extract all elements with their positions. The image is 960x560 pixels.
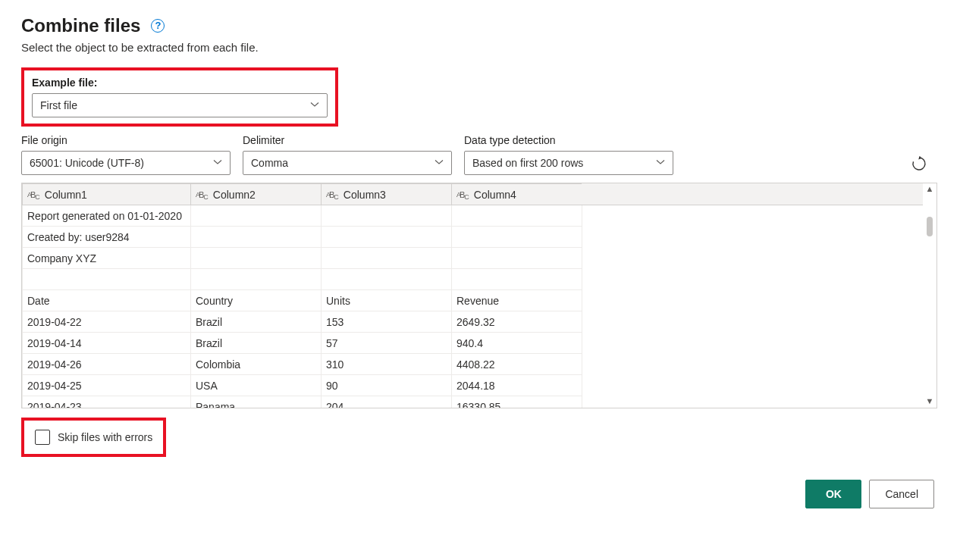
file-origin-dropdown[interactable]: 65001: Unicode (UTF-8): [21, 151, 231, 175]
delimiter-dropdown[interactable]: Comma: [243, 151, 452, 175]
text-type-icon: B: [196, 189, 209, 199]
table-cell: Units: [322, 290, 452, 311]
table-cell: [322, 269, 452, 290]
table-cell: [452, 205, 582, 227]
table-cell: 2019-04-22: [23, 311, 191, 333]
data-type-detection-label: Data type detection: [464, 134, 673, 146]
table-cell: 90: [322, 375, 452, 396]
table-cell: [322, 248, 452, 269]
table-row: 2019-04-25USA902044.18: [23, 375, 582, 396]
table-row: 2019-04-23Panama20416330.85: [23, 396, 582, 409]
table-cell: Report generated on 01-01-2020: [23, 205, 191, 227]
table-cell: 2044.18: [452, 375, 582, 396]
table-cell: [452, 248, 582, 269]
delimiter-label: Delimiter: [243, 134, 452, 146]
table-cell: 2019-04-25: [23, 375, 191, 396]
file-origin-value: 65001: Unicode (UTF-8): [30, 157, 144, 169]
skip-files-label: Skip files with errors: [58, 431, 152, 443]
chevron-down-icon: [213, 158, 222, 169]
table-row: 2019-04-14Brazil57940.4: [23, 333, 582, 354]
table-cell: Brazil: [191, 333, 322, 354]
table-row: 2019-04-22Brazil1532649.32: [23, 311, 582, 333]
example-file-dropdown[interactable]: First file: [32, 93, 328, 117]
table-cell: [191, 248, 322, 269]
table-cell: 57: [322, 333, 452, 354]
table-cell: Country: [191, 290, 322, 311]
table-cell: 16330.85: [452, 396, 582, 409]
column-header-label: Column1: [45, 189, 87, 201]
table-row: Report generated on 01-01-2020: [23, 205, 582, 227]
example-file-label: Example file:: [32, 77, 328, 89]
table-header-empty: [582, 183, 923, 205]
scroll-up-icon[interactable]: ▲: [924, 183, 935, 194]
table-cell: Created by: user9284: [23, 227, 191, 248]
table-cell: Brazil: [191, 311, 322, 333]
help-icon[interactable]: ?: [151, 19, 165, 33]
scrollbar[interactable]: ▲ ▼: [923, 183, 936, 408]
chevron-down-icon: [310, 100, 319, 111]
table-cell: [452, 269, 582, 290]
table-cell: 940.4: [452, 333, 582, 354]
column-header[interactable]: BColumn2: [191, 184, 322, 205]
table-cell: [452, 227, 582, 248]
table-cell: [191, 227, 322, 248]
table-cell: 2649.32: [452, 311, 582, 333]
column-header-label: Column2: [213, 189, 256, 201]
table-cell: USA: [191, 375, 322, 396]
refresh-icon[interactable]: [911, 156, 927, 171]
table-cell: [191, 269, 322, 290]
page-title: Combine files: [21, 15, 140, 36]
table-cell: 4408.22: [452, 354, 582, 375]
table-cell: Date: [23, 290, 191, 311]
text-type-icon: B: [456, 189, 469, 199]
example-file-highlight: Example file: First file: [21, 67, 338, 127]
table-cell: Company XYZ: [23, 248, 191, 269]
table-cell: [23, 269, 191, 290]
scroll-thumb[interactable]: [927, 217, 933, 236]
table-cell: [322, 227, 452, 248]
table-cell: 2019-04-14: [23, 333, 191, 354]
ok-button[interactable]: OK: [805, 480, 861, 508]
table-cell: Revenue: [452, 290, 582, 311]
scroll-down-icon[interactable]: ▼: [924, 396, 935, 406]
chevron-down-icon: [435, 158, 444, 169]
table-row: 2019-04-26Colombia3104408.22: [23, 354, 582, 375]
column-header[interactable]: BColumn3: [322, 184, 452, 205]
table-cell: [191, 205, 322, 227]
table-row: Company XYZ: [23, 248, 582, 269]
table-row: [23, 269, 582, 290]
text-type-icon: B: [27, 189, 40, 199]
text-type-icon: B: [326, 189, 339, 199]
cancel-button[interactable]: Cancel: [869, 480, 934, 508]
preview-table: BColumn1BColumn2BColumn3BColumn4 Report …: [21, 183, 937, 408]
data-type-detection-value: Based on first 200 rows: [472, 157, 583, 169]
file-origin-label: File origin: [21, 134, 231, 146]
column-header-label: Column4: [474, 189, 516, 201]
table-cell: 204: [322, 396, 452, 409]
delimiter-value: Comma: [251, 157, 288, 169]
data-type-detection-dropdown[interactable]: Based on first 200 rows: [464, 151, 673, 175]
column-header[interactable]: BColumn4: [452, 184, 582, 205]
table-cell: Panama: [191, 396, 322, 409]
table-cell: 310: [322, 354, 452, 375]
table-row: DateCountryUnitsRevenue: [23, 290, 582, 311]
table-row: Created by: user9284: [23, 227, 582, 248]
table-cell: [322, 205, 452, 227]
table-cell: 2019-04-26: [23, 354, 191, 375]
example-file-value: First file: [40, 99, 77, 111]
skip-files-checkbox[interactable]: [35, 430, 50, 445]
column-header-label: Column3: [344, 189, 386, 201]
page-subtitle: Select the object to be extracted from e…: [21, 41, 939, 54]
table-cell: 2019-04-23: [23, 396, 191, 409]
skip-files-highlight: Skip files with errors: [21, 418, 166, 457]
table-cell: 153: [322, 311, 452, 333]
chevron-down-icon: [656, 158, 665, 169]
column-header[interactable]: BColumn1: [23, 184, 191, 205]
table-cell: Colombia: [191, 354, 322, 375]
